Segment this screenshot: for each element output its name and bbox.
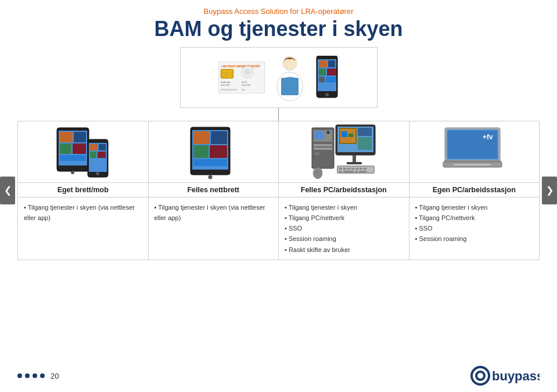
dot-3 [33, 373, 37, 378]
bullet-item: • Tilgang PC/nettverk [285, 213, 403, 223]
svg-rect-41 [98, 152, 106, 158]
svg-rect-38 [90, 144, 98, 150]
bullet-item: • Session roaming [285, 233, 403, 244]
bullets-col-0: • Tilgang tjenester i skyen (via nettles… [18, 197, 149, 260]
svg-rect-73 [351, 168, 354, 170]
svg-rect-65 [358, 137, 372, 150]
svg-point-8 [244, 69, 251, 75]
svg-point-50 [208, 175, 212, 179]
svg-rect-32 [60, 143, 71, 154]
bullets-col-2: • Tilgang tjenester i skyen • Tilgang PC… [279, 197, 409, 260]
device-image-egen-pc: +fv [442, 121, 506, 182]
svg-rect-25 [319, 77, 325, 82]
bullet-item: • Raskt skifte av bruker [285, 244, 403, 255]
bullet-item: • Tilgang tjenester i skyen [415, 202, 534, 213]
device-label-3: Egen PC/arbeidsstasjon [409, 182, 540, 197]
bullet-item: • Tilgang tjenester i skyen (via nettles… [24, 202, 142, 223]
svg-text:buypass: buypass [492, 369, 540, 383]
svg-point-35 [71, 171, 74, 174]
right-arrow-icon: ❯ [546, 185, 554, 196]
page-number: 20 [51, 372, 59, 380]
svg-rect-64 [358, 128, 372, 136]
eget-brett-mob-image [54, 125, 112, 180]
dot-1 [17, 373, 22, 378]
next-button[interactable]: ❯ [542, 177, 557, 204]
bullet-item: • Tilgang tjenester i skyen (via nettles… [154, 202, 273, 223]
session-roaming-text: Session roaming [419, 235, 466, 242]
svg-text:+fv: +fv [483, 133, 493, 141]
bullets-col-1: • Tilgang tjenester i skyen (via nettles… [149, 197, 279, 260]
svg-point-42 [96, 172, 99, 175]
device-label-1: Felles nettbrett [149, 182, 279, 197]
prev-button[interactable]: ❮ [0, 177, 15, 204]
dot-2 [25, 373, 30, 378]
bullet-item: • Session roaming [415, 233, 534, 244]
svg-rect-57 [315, 152, 319, 155]
svg-rect-47 [193, 145, 209, 158]
bullet-item: • SSO [415, 223, 534, 233]
device-col-0: Eget brett/mob [18, 121, 149, 197]
svg-rect-33 [73, 143, 86, 154]
bullet-dot: • [24, 204, 28, 211]
svg-rect-79 [355, 171, 358, 172]
svg-rect-67 [347, 162, 362, 164]
svg-rect-31 [74, 132, 86, 142]
svg-rect-48 [210, 145, 227, 158]
svg-text:ID-474: ID-474 [242, 81, 247, 84]
devices-section: ❮ ❯ [17, 121, 540, 260]
felles-pc-image [309, 122, 379, 180]
device-label-0: Eget brett/mob [18, 182, 148, 197]
svg-rect-3 [222, 70, 232, 77]
svg-rect-26 [326, 77, 336, 82]
device-label-2: Felles PC/arbeidsstasjon [279, 182, 409, 197]
person-icon [274, 55, 306, 101]
page: Buypass Access Solution for LRA-operatør… [0, 0, 557, 392]
svg-rect-56 [314, 148, 332, 150]
svg-rect-71 [343, 168, 346, 170]
svg-rect-46 [211, 131, 227, 144]
svg-rect-74 [355, 168, 358, 170]
device-col-2: Felles PC/arbeidsstasjon [279, 121, 409, 197]
svg-rect-22 [328, 60, 335, 67]
svg-point-54 [326, 131, 329, 134]
device-col-1: Felles nettbrett [149, 121, 279, 197]
svg-rect-24 [327, 69, 336, 75]
buypass-logo-svg: buypass [470, 365, 540, 386]
svg-text:+ BUYPASS SIKKERHETSKORT: + BUYPASS SIKKERHETSKORT [221, 65, 261, 68]
svg-text:Cédric Ide: Cédric Ide [221, 81, 230, 84]
svg-rect-80 [359, 171, 366, 172]
connector-line [278, 108, 279, 121]
svg-rect-21 [319, 60, 327, 67]
svg-rect-76 [364, 168, 366, 170]
bullets-col-3: • Tilgang tjenester i skyen • Tilgang PC… [409, 197, 540, 260]
svg-point-27 [325, 93, 329, 96]
left-arrow-icon: ❮ [4, 185, 12, 196]
device-image-felles-pc [309, 121, 379, 182]
bullet-item: • SSO [285, 223, 403, 233]
svg-point-94 [477, 373, 483, 379]
devices-row: Eget brett/mob [17, 121, 540, 197]
svg-rect-63 [348, 134, 353, 137]
svg-rect-70 [339, 168, 342, 170]
svg-rect-53 [315, 131, 323, 139]
device-image-felles-nettbrett [186, 121, 241, 182]
svg-rect-55 [314, 144, 332, 146]
svg-rect-34 [60, 155, 86, 161]
svg-rect-23 [319, 69, 326, 75]
header: Buypass Access Solution for LRA-operatør… [0, 0, 557, 41]
footer: 20 buypass [0, 365, 557, 386]
dot-4 [40, 373, 45, 378]
svg-rect-30 [60, 132, 73, 142]
svg-rect-89 [454, 164, 491, 166]
device-image-eget [54, 121, 112, 182]
svg-rect-39 [99, 144, 106, 150]
header-subtitle: Buypass Access Solution for LRA-operatør… [0, 7, 557, 16]
bullet-dot: • [154, 204, 159, 211]
phone-icon [315, 56, 339, 99]
felles-nettbrett-image [186, 125, 241, 180]
bullets-section: • Tilgang tjenester i skyen (via nettles… [17, 197, 540, 260]
svg-rect-66 [353, 155, 356, 162]
svg-rect-40 [90, 152, 96, 158]
svg-rect-90 [444, 160, 501, 163]
svg-rect-77 [339, 171, 342, 172]
